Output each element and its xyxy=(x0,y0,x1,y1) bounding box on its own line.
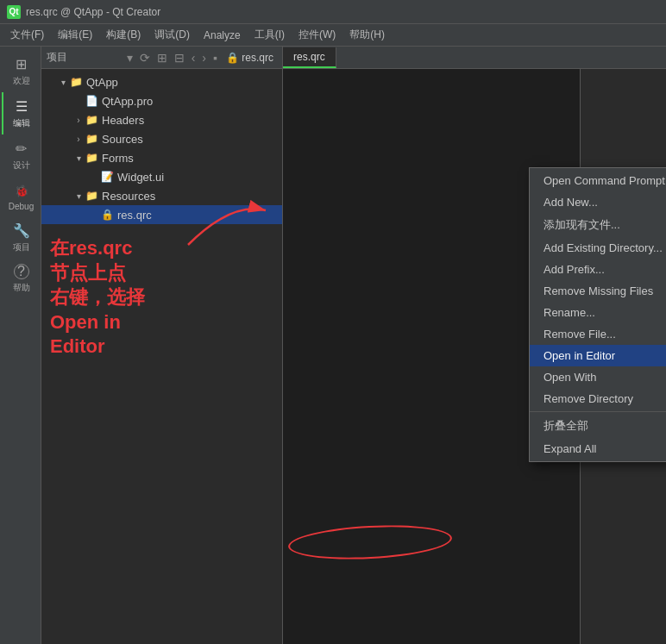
menu-file[interactable]: 文件(F) xyxy=(3,24,51,46)
expand-pro-icon xyxy=(72,95,85,107)
ctx-label-open-command: Open Command Prompt With xyxy=(543,174,666,187)
panel-title: 项目 xyxy=(47,50,122,65)
ctx-label-add-new: Add New... xyxy=(543,196,598,209)
sidebar-label-help: 帮助 xyxy=(13,282,30,294)
ctx-label-remove-dir: Remove Directory xyxy=(543,392,633,405)
ctx-add-existing-file[interactable]: 添加现有文件... xyxy=(530,213,666,237)
title-bar: Qt res.qrc @ QtApp - Qt Creator xyxy=(0,0,666,24)
sidebar-btn-debug[interactable]: 🐞 Debug xyxy=(2,177,40,216)
editor-container: res.qrc 删除 Open Command Prompt With ▶ Ad… xyxy=(283,47,666,644)
menu-tools[interactable]: 工具(I) xyxy=(248,24,292,46)
ctx-remove-missing[interactable]: Remove Missing Files xyxy=(530,280,666,302)
sidebar-btn-edit[interactable]: ☰ 编辑 xyxy=(2,92,40,134)
tree-item-sources[interactable]: › 📁 Sources xyxy=(41,129,282,148)
main-layout: ⊞ 欢迎 ☰ 编辑 ✏ 设计 🐞 Debug 🔧 项目 ? 帮助 项目 xyxy=(0,47,666,644)
ctx-label-open-with: Open With xyxy=(543,371,596,384)
expand-headers-icon: › xyxy=(72,114,85,126)
annotation-text: 在res.qrc节点上点右键，选择Open inEditor xyxy=(50,236,145,360)
folder-resources-icon: 📁 xyxy=(85,189,98,203)
tree-item-qtapp[interactable]: ▾ 📁 QtApp xyxy=(41,72,282,91)
edit-icon: ☰ xyxy=(12,97,31,115)
sync-btn[interactable]: ⟳ xyxy=(138,50,152,66)
file-qrc-icon: 🔒 xyxy=(100,208,114,222)
menu-debug[interactable]: 调试(D) xyxy=(148,24,197,46)
ctx-open-in-editor[interactable]: Open in Editor xyxy=(530,345,666,366)
tree-item-qtapppro[interactable]: 📄 QtApp.pro xyxy=(41,91,282,110)
sidebar-icons: ⊞ 欢迎 ☰ 编辑 ✏ 设计 🐞 Debug 🔧 项目 ? 帮助 xyxy=(0,47,41,644)
ctx-expand-all[interactable]: Expand All xyxy=(530,438,666,460)
tree-label-sources: Sources xyxy=(102,133,143,146)
window-title: res.qrc @ QtApp - Qt Creator xyxy=(26,6,160,18)
expand-btn[interactable]: ⊞ xyxy=(155,50,169,66)
ctx-label-add-existing-file: 添加现有文件... xyxy=(543,217,620,233)
content-area: 项目 ▾ ⟳ ⊞ ⊟ ‹ › ▪ 🔒 res.qrc ▾ 📁 QtApp xyxy=(41,47,666,644)
tree-label-widgetui: Widget.ui xyxy=(117,171,164,184)
ctx-label-add-existing-dir: Add Existing Directory... xyxy=(543,241,663,254)
project-icon: 🔧 xyxy=(12,222,31,239)
folder-headers-icon: 📁 xyxy=(85,113,98,127)
ctx-remove-file[interactable]: Remove File... xyxy=(530,323,666,345)
sidebar-label-welcome: 欢迎 xyxy=(13,75,30,87)
tab-resqrc[interactable]: res.qrc xyxy=(283,47,336,68)
tree-item-forms[interactable]: ▾ 📁 Forms xyxy=(41,148,282,167)
expand-forms-icon: ▾ xyxy=(72,152,85,164)
context-menu: Open Command Prompt With ▶ Add New... 添加… xyxy=(529,167,666,462)
menu-bar: 文件(F) 编辑(E) 构建(B) 调试(D) Analyze 工具(I) 控件… xyxy=(0,24,666,47)
tab-label-resqrc: res.qrc xyxy=(293,51,325,63)
sidebar-label-debug: Debug xyxy=(9,202,34,211)
tree-label-headers: Headers xyxy=(102,114,144,127)
ctx-rename[interactable]: Rename... xyxy=(530,302,666,323)
sidebar-btn-project[interactable]: 🔧 项目 xyxy=(2,216,40,259)
project-tree: ▾ 📁 QtApp 📄 QtApp.pro › 📁 Headers xyxy=(41,69,282,228)
nav-back[interactable]: ‹ xyxy=(190,50,198,66)
sidebar-label-edit: 编辑 xyxy=(13,117,30,129)
tree-item-resqrc[interactable]: 🔒 res.qrc xyxy=(41,205,282,224)
ctx-add-prefix[interactable]: Add Prefix... xyxy=(530,259,666,280)
welcome-icon: ⊞ xyxy=(12,55,31,72)
menu-controls[interactable]: 控件(W) xyxy=(292,24,342,46)
ctx-separator xyxy=(530,411,666,412)
tree-item-resources[interactable]: ▾ 📁 Resources xyxy=(41,186,282,205)
ctx-label-expand-all: Expand All xyxy=(543,442,596,455)
menu-analyze[interactable]: Analyze xyxy=(197,26,248,45)
nav-fwd[interactable]: › xyxy=(200,50,208,66)
lock-btn[interactable]: ▪ xyxy=(211,50,219,66)
app-icon: Qt xyxy=(7,5,21,19)
ctx-collapse-all[interactable]: 折叠全部 xyxy=(530,414,666,438)
ctx-open-with[interactable]: Open With ▶ xyxy=(530,366,666,388)
ctx-label-remove-file: Remove File... xyxy=(543,328,616,341)
ctx-remove-dir[interactable]: Remove Directory xyxy=(530,388,666,410)
menu-build[interactable]: 构建(B) xyxy=(99,24,148,46)
tree-label-qtapp: QtApp xyxy=(86,76,118,89)
ctx-open-command[interactable]: Open Command Prompt With ▶ xyxy=(530,170,666,191)
sidebar-label-design: 设计 xyxy=(13,159,30,172)
panel-toolbar: 项目 ▾ ⟳ ⊞ ⊟ ‹ › ▪ 🔒 res.qrc xyxy=(41,47,282,69)
expand-resources-icon: ▾ xyxy=(72,190,85,202)
tab-bar: res.qrc xyxy=(283,47,666,69)
menu-edit[interactable]: 编辑(E) xyxy=(51,24,99,46)
sidebar-label-project: 项目 xyxy=(13,241,30,253)
sidebar-btn-design[interactable]: ✏ 设计 xyxy=(2,134,40,177)
collapse-btn[interactable]: ⊟ xyxy=(173,50,186,66)
ctx-label-open-in-editor: Open in Editor xyxy=(543,349,615,362)
folder-forms-icon: 📁 xyxy=(85,151,98,165)
ctx-label-collapse-all: 折叠全部 xyxy=(543,418,588,434)
ctx-add-new[interactable]: Add New... xyxy=(530,191,666,213)
tree-item-widgetui[interactable]: 📝 Widget.ui xyxy=(41,167,282,186)
tree-item-headers[interactable]: › 📁 Headers xyxy=(41,110,282,129)
file-pro-icon: 📄 xyxy=(85,94,98,108)
ctx-add-existing-dir[interactable]: Add Existing Directory... xyxy=(530,237,666,259)
expand-qrc-icon xyxy=(88,209,100,221)
folder-qtapp-icon: 📁 xyxy=(69,75,83,89)
design-icon: ✏ xyxy=(12,140,31,157)
help-icon: ? xyxy=(14,264,29,279)
folder-sources-icon: 📁 xyxy=(85,132,98,146)
menu-help[interactable]: 帮助(H) xyxy=(342,24,392,46)
expand-ui-icon xyxy=(88,171,100,183)
sidebar-btn-help[interactable]: ? 帮助 xyxy=(2,259,40,299)
expand-qtapp-icon: ▾ xyxy=(57,76,69,88)
sidebar-btn-welcome[interactable]: ⊞ 欢迎 xyxy=(2,50,40,92)
filter-btn[interactable]: ▾ xyxy=(125,50,135,66)
ctx-label-add-prefix: Add Prefix... xyxy=(543,263,605,276)
tree-label-resqrc: res.qrc xyxy=(117,209,152,222)
